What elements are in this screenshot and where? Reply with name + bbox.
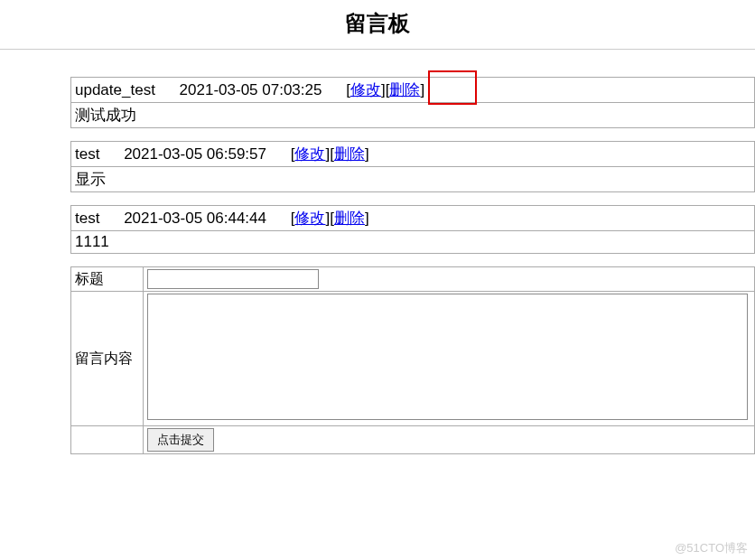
message-datetime: 2021-03-05 06:44:44 <box>124 210 266 228</box>
message-actions: [修改][删除] <box>346 79 424 100</box>
edit-link[interactable]: 修改 <box>350 81 381 98</box>
message-meta: test 2021-03-05 06:59:57 [修改][删除] <box>71 142 755 167</box>
submit-button[interactable]: 点击提交 <box>147 428 214 452</box>
message-item: test 2021-03-05 06:44:44 [修改][删除] 1111 <box>70 205 755 254</box>
edit-link[interactable]: 修改 <box>294 210 325 227</box>
message-author: update_test <box>75 81 155 99</box>
form-submit-label-cell <box>71 426 144 454</box>
form-title-label: 标题 <box>71 267 144 292</box>
message-datetime: 2021-03-05 07:03:25 <box>180 81 322 99</box>
delete-link[interactable]: 删除 <box>334 210 365 227</box>
form-body-label: 留言内容 <box>71 292 144 426</box>
highlight-box <box>428 70 477 105</box>
page-title: 留言板 <box>0 9 755 38</box>
divider <box>0 49 755 50</box>
content-area: update_test 2021-03-05 07:03:25 [修改][删除]… <box>0 77 755 454</box>
new-message-form: 标题 留言内容 点击提交 <box>70 266 755 454</box>
form-title-cell <box>144 267 755 292</box>
message-body: 测试成功 <box>71 103 755 128</box>
title-input[interactable] <box>147 269 319 289</box>
message-meta: test 2021-03-05 06:44:44 [修改][删除] <box>71 206 755 231</box>
form-submit-cell: 点击提交 <box>144 426 755 454</box>
message-actions: [修改][删除] <box>291 208 369 229</box>
message-datetime: 2021-03-05 06:59:57 <box>124 145 266 163</box>
message-body: 显示 <box>71 167 755 192</box>
delete-link[interactable]: 删除 <box>389 81 420 98</box>
message-meta: update_test 2021-03-05 07:03:25 [修改][删除] <box>71 78 755 103</box>
message-author: test <box>75 145 99 163</box>
body-textarea[interactable] <box>147 294 748 420</box>
message-item: test 2021-03-05 06:59:57 [修改][删除] 显示 <box>70 141 755 192</box>
message-author: test <box>75 210 99 228</box>
message-body: 1111 <box>71 231 755 254</box>
delete-link[interactable]: 删除 <box>334 145 365 163</box>
edit-link[interactable]: 修改 <box>294 145 325 163</box>
message-item: update_test 2021-03-05 07:03:25 [修改][删除]… <box>70 77 755 128</box>
form-body-cell <box>144 292 755 426</box>
message-actions: [修改][删除] <box>291 144 369 164</box>
